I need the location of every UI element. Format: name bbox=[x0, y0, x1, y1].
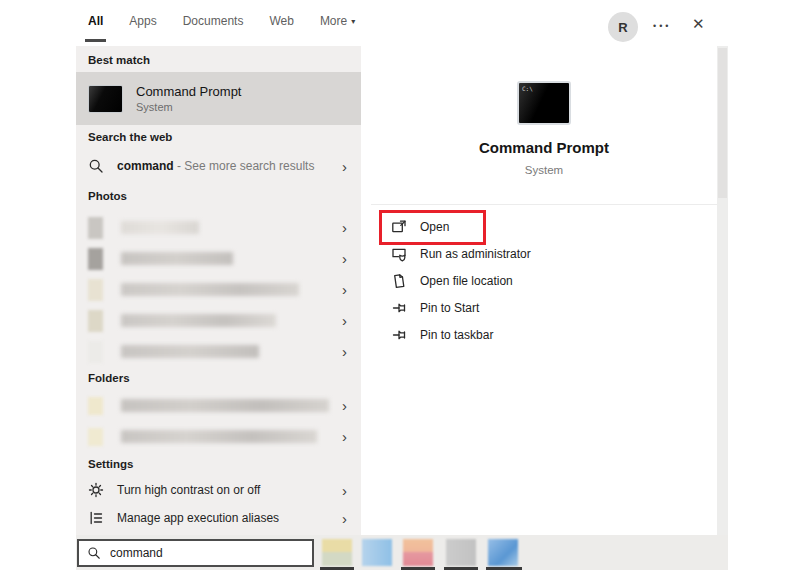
tab-more-label: More bbox=[320, 14, 347, 28]
tab-all-label: All bbox=[88, 14, 103, 28]
photo-thumbnail-redacted bbox=[88, 341, 103, 363]
setting-high-contrast[interactable]: Turn high contrast on or off › bbox=[76, 476, 361, 504]
best-match-result-command-prompt[interactable]: Command Prompt System bbox=[76, 72, 361, 125]
photo-result-row[interactable]: › bbox=[76, 243, 361, 274]
action-open-file-location[interactable]: Open file location bbox=[371, 267, 717, 294]
web-search-query: command bbox=[117, 159, 174, 173]
chevron-right-icon: › bbox=[342, 344, 347, 359]
setting-label: Turn high contrast on or off bbox=[117, 483, 260, 497]
photo-thumbnail-redacted bbox=[88, 279, 103, 301]
best-match-title: Command Prompt bbox=[136, 84, 241, 99]
taskbar-app-icon-3[interactable] bbox=[403, 539, 433, 566]
photo-result-row[interactable]: › bbox=[76, 336, 361, 367]
pin-icon bbox=[391, 300, 407, 316]
chevron-right-icon: › bbox=[342, 251, 347, 266]
action-list: Open Run as administrator Open file loca… bbox=[371, 213, 717, 348]
redacted-text bbox=[121, 252, 233, 265]
photo-result-row[interactable]: › bbox=[76, 274, 361, 305]
action-pin-to-start[interactable]: Pin to Start bbox=[371, 294, 717, 321]
scrollbar[interactable] bbox=[717, 46, 728, 570]
redacted-text bbox=[121, 430, 317, 443]
folder-result-row[interactable]: › bbox=[76, 390, 361, 421]
redacted-text bbox=[121, 221, 199, 234]
chevron-right-icon: › bbox=[342, 429, 347, 444]
command-prompt-icon bbox=[88, 85, 123, 113]
web-search-text: command - See more search results bbox=[117, 159, 314, 173]
folder-icon-redacted bbox=[88, 397, 103, 415]
photo-result-row[interactable]: › bbox=[76, 305, 361, 336]
tab-web[interactable]: Web bbox=[269, 14, 293, 34]
chevron-right-icon: › bbox=[342, 398, 347, 413]
taskbar-open-indicator bbox=[401, 567, 435, 570]
chevron-right-icon: › bbox=[342, 159, 347, 174]
tab-apps[interactable]: Apps bbox=[129, 14, 156, 34]
pin-icon bbox=[391, 327, 407, 343]
taskbar-open-indicator bbox=[486, 567, 522, 570]
web-search-result[interactable]: command - See more search results › bbox=[76, 150, 361, 182]
action-run-as-administrator[interactable]: Run as administrator bbox=[371, 240, 717, 267]
avatar-letter: R bbox=[618, 20, 627, 35]
best-match-subtitle: System bbox=[136, 101, 241, 113]
photo-result-row[interactable]: › bbox=[76, 212, 361, 243]
taskbar-search-box[interactable] bbox=[77, 539, 314, 567]
list-icon bbox=[88, 510, 104, 526]
more-options-icon[interactable]: ••• bbox=[653, 21, 671, 31]
folder-result-row[interactable]: › bbox=[76, 421, 361, 452]
taskbar-app-icon-2[interactable] bbox=[362, 539, 392, 566]
chevron-right-icon: › bbox=[342, 282, 347, 297]
tab-web-label: Web bbox=[269, 14, 293, 28]
action-pin-to-taskbar[interactable]: Pin to taskbar bbox=[371, 321, 717, 348]
action-label: Pin to taskbar bbox=[420, 328, 493, 342]
tab-documents[interactable]: Documents bbox=[183, 14, 244, 34]
redacted-text bbox=[121, 283, 299, 296]
chevron-right-icon: › bbox=[342, 483, 347, 498]
file-location-icon bbox=[391, 273, 407, 289]
command-prompt-icon-text: C:\ bbox=[522, 85, 533, 92]
user-avatar[interactable]: R bbox=[608, 12, 638, 42]
divider bbox=[371, 204, 717, 205]
taskbar-app-icon-4[interactable] bbox=[446, 539, 476, 566]
folder-icon-redacted bbox=[88, 428, 103, 446]
chevron-right-icon: › bbox=[342, 313, 347, 328]
close-icon[interactable]: ✕ bbox=[692, 16, 705, 31]
high-contrast-icon bbox=[88, 482, 104, 498]
setting-app-aliases[interactable]: Manage app execution aliases › bbox=[76, 504, 361, 532]
tab-apps-label: Apps bbox=[129, 14, 156, 28]
section-label-best-match: Best match bbox=[88, 54, 150, 66]
search-filter-tabs: All Apps Documents Web More▾ bbox=[88, 14, 355, 34]
taskbar-open-indicator bbox=[320, 567, 354, 570]
taskbar-app-icon-5[interactable] bbox=[488, 539, 518, 566]
scrollbar-thumb[interactable] bbox=[718, 48, 727, 198]
preview-subtitle: System bbox=[371, 164, 717, 176]
section-label-search-web: Search the web bbox=[88, 131, 172, 143]
command-prompt-icon-large: C:\ bbox=[517, 81, 571, 125]
web-search-hint: - See more search results bbox=[174, 159, 315, 173]
search-results-panel: Best match Command Prompt System Search … bbox=[76, 46, 361, 535]
chevron-right-icon: › bbox=[342, 220, 347, 235]
tab-all[interactable]: All bbox=[88, 14, 103, 34]
preview-panel: C:\ Command Prompt System Open Run as ad… bbox=[371, 57, 717, 537]
section-label-settings: Settings bbox=[88, 458, 133, 470]
tab-more[interactable]: More▾ bbox=[320, 14, 355, 34]
photo-thumbnail-redacted bbox=[88, 310, 103, 332]
photo-thumbnail-redacted bbox=[88, 248, 103, 270]
section-label-folders: Folders bbox=[88, 372, 130, 384]
preview-title: Command Prompt bbox=[371, 139, 717, 156]
redacted-text bbox=[121, 314, 276, 327]
redacted-text bbox=[121, 399, 329, 412]
search-icon bbox=[87, 546, 101, 560]
action-label: Open file location bbox=[420, 274, 513, 288]
taskbar-open-indicator bbox=[444, 567, 478, 570]
action-label: Open bbox=[420, 220, 449, 234]
photo-thumbnail-redacted bbox=[88, 217, 103, 239]
action-open[interactable]: Open bbox=[371, 213, 717, 240]
taskbar-app-icon-1[interactable] bbox=[322, 539, 352, 566]
chevron-right-icon: › bbox=[342, 511, 347, 526]
admin-shield-icon bbox=[391, 246, 407, 262]
redacted-text bbox=[121, 345, 259, 358]
search-input[interactable] bbox=[110, 546, 304, 560]
action-label: Pin to Start bbox=[420, 301, 479, 315]
section-label-photos: Photos bbox=[88, 190, 127, 202]
setting-label: Manage app execution aliases bbox=[117, 511, 279, 525]
chevron-down-icon: ▾ bbox=[351, 17, 355, 26]
